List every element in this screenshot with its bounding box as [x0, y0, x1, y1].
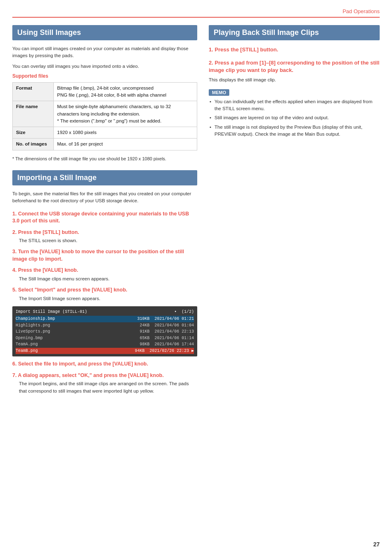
right-step-2-body: This displays the still image clip. — [209, 76, 380, 83]
terminal-row-6: TeamB.png 94KB 2021/02/26 22:23 ▶ — [16, 348, 194, 354]
terminal-header-right: • (1/2) — [137, 309, 194, 315]
step-4-header: 4. Press the [VALUE] knob. — [12, 267, 197, 274]
step-3: 3. Turn the [VALUE] knob to move the cur… — [12, 248, 197, 263]
left-column: Using Still Images You can import still … — [12, 25, 197, 399]
right-step-2-header: 2. Press a pad from [1]–[8] correspondin… — [209, 59, 380, 74]
table-label-size: Size — [13, 127, 54, 139]
terminal-row-2: Highlights.png 24KB 2021/04/06 01:04 — [16, 322, 194, 329]
table-label-numimages: No. of images — [13, 139, 54, 150]
using-still-images-section: Using Still Images You can import still … — [12, 25, 197, 162]
terminal-meta-2: 24KB 2021/04/06 01:04 — [140, 322, 194, 329]
right-step-1-header: 1. Press the [STILL] button. — [209, 46, 380, 53]
terminal-meta-3: 91KB 2021/04/06 22:13 — [140, 328, 194, 335]
right-step-1-num: 1. — [209, 46, 213, 53]
right-step-2-num: 2. — [209, 60, 213, 66]
table-row-format: Format Bitmap file (.bmp), 24-bit color,… — [13, 82, 197, 101]
step-1-num: 1. — [12, 211, 16, 217]
importing-heading: Importing a Still Image — [12, 170, 197, 185]
step-7-body: The import begins, and the still image c… — [19, 380, 197, 395]
spec-table: Format Bitmap file (.bmp), 24-bit color,… — [12, 82, 197, 150]
table-cell-size: 1920 x 1080 pixels — [54, 127, 197, 139]
terminal-filename-5: TeamA.png — [16, 341, 38, 348]
step-2-num: 2. — [12, 229, 16, 235]
memo-item-2: Still images are layered on top of the v… — [209, 114, 380, 121]
table-cell-format: Bitmap file (.bmp), 24-bit color, uncomp… — [54, 82, 197, 101]
step-2: 2. Press the [STILL] button. The STILL s… — [12, 229, 197, 245]
step-2-body: The STILL screen is shown. — [19, 237, 197, 244]
memo-item-1: You can individually set the effects app… — [209, 98, 380, 113]
memo-label: MEMO — [209, 89, 229, 96]
page-section-title: Pad Operations — [343, 8, 380, 14]
memo-list: You can individually set the effects app… — [209, 98, 380, 138]
page-number: 27 — [373, 541, 380, 548]
step-5-num: 5. — [12, 287, 16, 293]
terminal-meta-6: 94KB 2021/02/26 22:23 ▶ — [135, 348, 194, 354]
step-4-body: The Still Image clips menu screen appear… — [19, 275, 197, 282]
table-label-format: Format — [13, 82, 54, 101]
step-7-header: 7. A dialog appears, select "OK," and pr… — [12, 372, 197, 379]
step-6: 6. Select the file to import, and press … — [12, 361, 197, 368]
section1-body2: You can overlay still images you have im… — [12, 63, 197, 70]
step-5: 5. Select "Import" and press the [VALUE]… — [12, 287, 197, 302]
step-4: 4. Press the [VALUE] knob. The Still Ima… — [12, 267, 197, 282]
step-7: 7. A dialog appears, select "OK," and pr… — [12, 372, 197, 395]
step-6-num: 6. — [12, 361, 16, 367]
top-bar: Pad Operations — [12, 8, 380, 18]
table-cell-filename: Must be single-byte alphanumeric charact… — [54, 101, 197, 127]
step-3-num: 3. — [12, 249, 16, 254]
page: Pad Operations Using Still Images You ca… — [0, 0, 392, 555]
memo-box: MEMO You can individually set the effect… — [209, 89, 380, 138]
terminal-filename-3: LiveSports.png — [16, 328, 50, 335]
table-label-filename: File name — [13, 101, 54, 127]
terminal-filename-2: Highlights.png — [16, 322, 50, 329]
terminal-row-5: TeamA.png 98KB 2021/04/06 17:44 — [16, 341, 194, 348]
step-1-header: 1. Connect the USB storage device contai… — [12, 210, 197, 225]
terminal-meta-4: 65KB 2021/04/06 01:14 — [140, 335, 194, 342]
supported-files-label: Supported files — [12, 73, 197, 79]
terminal-row-1: Championship.bmp 310KB 2021/04/06 01:21 — [16, 316, 194, 322]
terminal-screen: Import Still Image (STILL-01) • (1/2) Ch… — [12, 306, 197, 357]
importing-body: To begin, save the material files for th… — [12, 190, 197, 205]
step-1: 1. Connect the USB storage device contai… — [12, 210, 197, 225]
step-4-num: 4. — [12, 267, 16, 273]
terminal-row-3: LiveSports.png 91KB 2021/04/06 22:13 — [16, 328, 194, 335]
table-row-numimages: No. of images Max. of 16 per project — [13, 139, 197, 150]
terminal-filename-6: TeamB.png — [16, 348, 38, 354]
step-7-num: 7. — [12, 372, 16, 378]
section1-footnote: * The dimensions of the still image file… — [12, 155, 197, 162]
table-row-size: Size 1920 x 1080 pixels — [13, 127, 197, 139]
step-5-body: The Import Still Image screen appears. — [19, 295, 197, 302]
terminal-meta-5: 98KB 2021/04/06 17:44 — [140, 341, 194, 348]
table-cell-numimages: Max. of 16 per project — [54, 139, 197, 150]
terminal-meta-1: 310KB 2021/04/06 01:21 — [137, 316, 194, 322]
terminal-header-left: Import Still Image (STILL-01) — [16, 309, 87, 315]
step-6-header: 6. Select the file to import, and press … — [12, 361, 197, 368]
using-still-images-heading: Using Still Images — [12, 25, 197, 40]
importing-still-image-section: Importing a Still Image To begin, save t… — [12, 170, 197, 395]
section1-body1: You can import still images created on y… — [12, 45, 197, 60]
table-row-filename: File name Must be single-byte alphanumer… — [13, 101, 197, 127]
right-column: Playing Back Still Image Clips 1. Press … — [209, 25, 380, 399]
terminal-header: Import Still Image (STILL-01) • (1/2) — [16, 309, 194, 315]
right-step-2: 2. Press a pad from [1]–[8] correspondin… — [209, 59, 380, 83]
playback-heading: Playing Back Still Image Clips — [209, 25, 380, 40]
terminal-filename-1: Championship.bmp — [16, 316, 55, 322]
step-3-header: 3. Turn the [VALUE] knob to move the cur… — [12, 248, 197, 263]
right-step-1: 1. Press the [STILL] button. — [209, 46, 380, 53]
step-5-header: 5. Select "Import" and press the [VALUE]… — [12, 287, 197, 294]
step-2-header: 2. Press the [STILL] button. — [12, 229, 197, 236]
terminal-row-4: Opening.bmp 65KB 2021/04/06 01:14 — [16, 335, 194, 342]
two-col-layout: Using Still Images You can import still … — [12, 25, 380, 399]
terminal-filename-4: Opening.bmp — [16, 335, 43, 342]
memo-item-3: The still image is not displayed by the … — [209, 124, 380, 138]
